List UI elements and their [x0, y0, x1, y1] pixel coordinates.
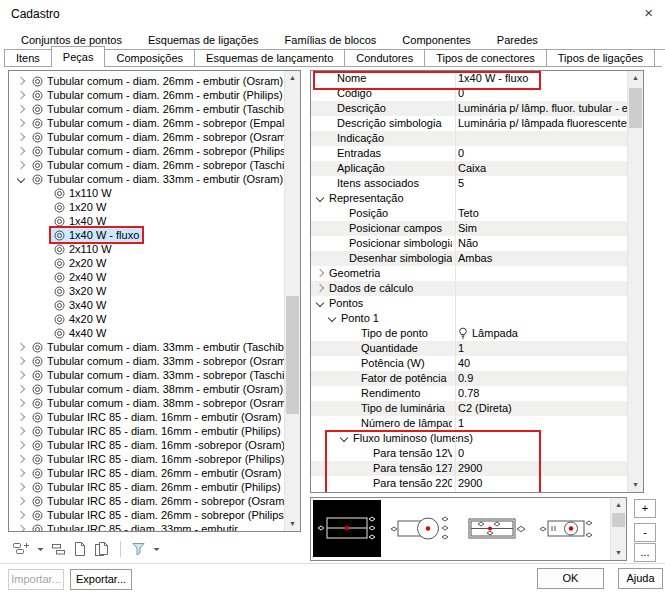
scrollbar-thumb[interactable] — [612, 513, 625, 527]
expander[interactable] — [13, 498, 29, 504]
chevron-right-icon[interactable] — [17, 427, 25, 435]
tree-item-content[interactable]: 4x20 W — [51, 312, 109, 326]
tab-esquemas-de-lan-amento[interactable]: Esquemas de lançamento — [194, 49, 345, 67]
tree-item[interactable]: Tubular comum - diam. 38mm - sobrepor (O… — [9, 396, 300, 410]
tree-item[interactable]: Tubular comum - diam. 38mm - embutir (Os… — [9, 382, 300, 396]
property-value[interactable]: Lâmpada — [458, 326, 627, 341]
property-row[interactable]: Tipo de pontoLâmpada — [311, 326, 628, 341]
expander[interactable] — [13, 512, 29, 518]
property-value[interactable]: Caixa — [458, 161, 627, 176]
expander[interactable] — [13, 442, 29, 448]
chevron-right-icon[interactable] — [17, 441, 25, 449]
property-row[interactable]: Quantidade1 — [311, 341, 628, 356]
tab-pe-as[interactable]: Peças — [51, 46, 106, 67]
tree-item[interactable]: Tubular comum - diam. 26mm - sobrepor (E… — [9, 116, 300, 130]
tree-item-content[interactable]: Tubular comum - diam. 26mm - embutir (Ta… — [29, 102, 300, 116]
expander[interactable] — [13, 372, 29, 378]
expander[interactable] — [13, 78, 29, 84]
expander[interactable] — [13, 358, 29, 364]
property-row[interactable]: Entradas0 — [311, 146, 628, 161]
tree-item-content[interactable]: 3x40 W — [51, 298, 109, 312]
property-group-row[interactable]: Geometria — [311, 266, 628, 281]
tree-item[interactable]: Tubular IRC 85 - diam. 33mm - embutir — [9, 522, 300, 532]
tree-item-content[interactable]: 1x40 W — [51, 214, 109, 228]
property-row[interactable]: Para tensão 12V0 — [311, 446, 628, 461]
tab-itens[interactable]: Itens — [4, 49, 52, 67]
ajuda-button[interactable]: Ajuda — [618, 568, 663, 589]
property-value[interactable]: Sim — [458, 221, 627, 236]
chevron-right-icon[interactable] — [17, 147, 25, 155]
group-chevron-down-icon[interactable] — [328, 314, 336, 322]
chevron-right-icon[interactable] — [17, 91, 25, 99]
tree-item-content[interactable]: Tubular IRC 85 - diam. 33mm - embutir — [29, 522, 241, 532]
tab-condutores[interactable]: Condutores — [344, 49, 425, 67]
tree-item[interactable]: Tubular IRC 85 - diam. 16mm - embutir (O… — [9, 410, 300, 424]
tree-item-content[interactable]: Tubular IRC 85 - diam. 16mm - embutir (O… — [29, 410, 284, 424]
tree-item-content[interactable]: Tubular comum - diam. 33mm - embutir (Ta… — [29, 340, 300, 354]
tree-item[interactable]: Tubular comum - diam. 33mm - sobrepor (T… — [9, 368, 300, 382]
expander[interactable] — [13, 414, 29, 420]
tree-item-content[interactable]: Tubular IRC 85 - diam. 16mm -sobrepor (P… — [29, 452, 287, 466]
tree-item-content[interactable]: Tubular comum - diam. 33mm - embutir (Os… — [29, 172, 286, 186]
property-value[interactable]: 2900 — [458, 476, 627, 491]
add-symbol-button[interactable]: + — [634, 499, 656, 518]
property-group-row[interactable]: Ponto 1 — [311, 311, 628, 326]
property-row[interactable]: Nome1x40 W - fluxo — [311, 71, 628, 86]
tree-item[interactable]: Tubular comum - diam. 33mm - sobrepor (O… — [9, 354, 300, 368]
luminaire-symbol-2[interactable] — [387, 500, 455, 557]
tree-item[interactable]: 2x20 W — [9, 256, 300, 270]
property-value[interactable]: Luminária p/ lâmpada fluorescente tub... — [458, 116, 627, 131]
expander[interactable] — [13, 148, 29, 154]
paste-icon[interactable] — [94, 541, 110, 557]
tab-tipos-de-conectores[interactable]: Tipos de conectores — [424, 49, 547, 67]
tree-item[interactable]: 1x40 W - fluxo — [9, 228, 300, 242]
property-group-row[interactable]: Dados de cálculo — [311, 281, 628, 296]
expander[interactable] — [13, 470, 29, 476]
tree-item[interactable]: 3x40 W — [9, 298, 300, 312]
property-row[interactable]: DescriçãoLuminária p/ lâmp. fluor. tubul… — [311, 101, 628, 116]
expander[interactable] — [13, 456, 29, 462]
tree-item[interactable]: 1x40 W — [9, 214, 300, 228]
tree-item-content[interactable]: Tubular comum - diam. 26mm - sobrepor (P… — [29, 144, 292, 158]
scrollbar-down-icon[interactable]: ▼ — [285, 517, 300, 531]
scrollbar-thumb[interactable] — [629, 88, 642, 128]
chevron-right-icon[interactable] — [17, 133, 25, 141]
tree-item-content[interactable]: 1x40 W - fluxo — [51, 228, 142, 242]
expander[interactable] — [13, 386, 29, 392]
group-chevron-down-icon[interactable] — [316, 299, 324, 307]
tree-item-content[interactable]: Tubular comum - diam. 26mm - embutir (Os… — [29, 74, 286, 88]
property-row[interactable]: Posicionar simbologiaNão — [311, 236, 628, 251]
dropdown-caret-icon[interactable] — [153, 547, 160, 552]
tab-composi-es[interactable]: Composições — [104, 49, 195, 67]
tree-item-content[interactable]: 2x20 W — [51, 256, 109, 270]
property-row[interactable]: Rendimento0.78 — [311, 386, 628, 401]
scrollbar-up-icon[interactable]: ▲ — [285, 71, 300, 85]
chevron-right-icon[interactable] — [17, 119, 25, 127]
chevron-down-icon[interactable] — [17, 175, 25, 183]
chevron-right-icon[interactable] — [17, 371, 25, 379]
tree-item[interactable]: Tubular comum - diam. 33mm - embutir (Ta… — [9, 340, 300, 354]
tree-item[interactable]: Tubular comum - diam. 26mm - sobrepor (T… — [9, 158, 300, 172]
property-value[interactable]: 1x40 W - fluxo — [458, 71, 627, 86]
expander[interactable] — [13, 176, 29, 182]
chevron-right-icon[interactable] — [17, 399, 25, 407]
chevron-right-icon[interactable] — [17, 343, 25, 351]
tree-item[interactable]: 4x40 W — [9, 326, 300, 340]
luminaire-symbol-4[interactable] — [535, 500, 603, 557]
chevron-right-icon[interactable] — [17, 469, 25, 477]
tree-item-content[interactable]: Tubular comum - diam. 33mm - sobrepor (T… — [29, 368, 301, 382]
tree-item-content[interactable]: Tubular comum - diam. 26mm - sobrepor (E… — [29, 116, 301, 130]
property-row[interactable]: PosiçãoTeto — [311, 206, 628, 221]
property-row[interactable]: Descrição simbologiaLuminária p/ lâmpada… — [311, 116, 628, 131]
tree-item[interactable]: Tubular comum - diam. 26mm - sobrepor (O… — [9, 130, 300, 144]
expander[interactable] — [13, 134, 29, 140]
group-chevron-right-icon[interactable] — [316, 269, 324, 277]
scrollbar-up-icon[interactable]: ▲ — [628, 71, 643, 85]
tree-item-content[interactable]: Tubular IRC 85 - diam. 26mm - embutir (P… — [29, 480, 284, 494]
add-item-icon[interactable] — [12, 541, 30, 557]
property-row[interactable]: Para tensão 127V2900 — [311, 461, 628, 476]
scrollbar-thumb[interactable] — [286, 296, 299, 414]
ok-button[interactable]: OK — [537, 568, 604, 589]
property-row[interactable]: Tipo de lumináriaC2 (Direta) — [311, 401, 628, 416]
tree-item[interactable]: Tubular comum - diam. 26mm - embutir (Ta… — [9, 102, 300, 116]
